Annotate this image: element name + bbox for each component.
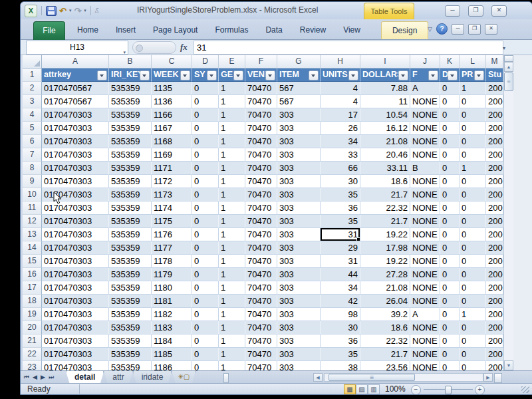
row-header-14[interactable]: 14 [23,241,42,255]
cell-F10[interactable]: 70470 [245,188,277,201]
row-header-1[interactable]: 1 [23,68,42,82]
cell-B11[interactable]: 535359 [109,201,152,215]
cell-J19[interactable]: A [410,308,440,321]
cell-A8[interactable]: 0170470303 [42,162,109,175]
row-header-7[interactable]: 7 [23,148,42,162]
cell-M9[interactable]: 200 [486,175,503,188]
cell-M8[interactable]: 200 [486,162,503,175]
cell-M16[interactable]: 200 [486,268,503,281]
cell-H16[interactable]: 44 [321,268,360,281]
cell-C6[interactable]: 1168 [152,135,192,148]
cell-K23[interactable]: 0 [440,361,460,370]
cell-C16[interactable]: 1179 [152,268,192,281]
cell-F13[interactable]: 70470 [245,228,277,241]
row-header-6[interactable]: 6 [23,135,42,148]
cell-K10[interactable]: 0 [440,188,460,201]
excel-app-icon[interactable]: X [25,5,37,17]
cell-D11[interactable]: 0 [192,201,219,215]
cell-C14[interactable]: 1177 [152,241,192,255]
previous-sheet-icon[interactable]: ◀ [33,372,37,382]
cell-F8[interactable]: 70470 [245,162,277,175]
cell-F7[interactable]: 70470 [245,148,277,162]
cell-J5[interactable]: NONE [410,122,440,135]
cell-H14[interactable]: 29 [321,241,360,255]
cell-B20[interactable]: 535359 [109,321,152,334]
cell-G2[interactable]: 567 [277,82,321,95]
cell-A2[interactable]: 0170470567 [42,82,109,95]
cell-I5[interactable]: 16.12 [360,122,410,135]
cell-M18[interactable]: 200 [486,295,503,308]
filter-dropdown-icon[interactable] [265,70,275,80]
cell-J22[interactable]: NONE [410,348,440,361]
cell-A11[interactable]: 0170470303 [42,201,109,215]
column-header-F[interactable]: F [245,55,277,68]
cell-E11[interactable]: 1 [219,201,245,215]
cell-F18[interactable]: 70470 [245,295,277,308]
ribbon-tab-data[interactable]: Data [257,21,291,39]
table-header-units[interactable]: UNITS [321,68,360,82]
cell-I23[interactable]: 23.56 [360,361,410,370]
row-header-8[interactable]: 8 [23,162,42,175]
cell-G20[interactable]: 303 [277,321,321,334]
cell-C13[interactable]: 1176 [152,228,192,241]
cell-A21[interactable]: 0170470303 [42,334,109,348]
cell-C4[interactable]: 1166 [152,108,192,122]
cell-I18[interactable]: 26.04 [360,295,410,308]
cell-K6[interactable]: 0 [440,135,460,148]
column-header-J[interactable]: J [410,55,440,68]
cell-H4[interactable]: 17 [321,108,360,122]
cell-G8[interactable]: 303 [277,162,321,175]
cell-F16[interactable]: 70470 [245,268,277,281]
cell-A14[interactable]: 0170470303 [42,241,109,255]
zoom-in-icon[interactable]: + [475,385,485,395]
cell-F12[interactable]: 70470 [245,215,277,228]
cell-A13[interactable]: 0170470303 [42,228,109,241]
cell-G16[interactable]: 303 [277,268,321,281]
cell-E3[interactable]: 1 [219,95,245,108]
cell-D17[interactable]: 0 [192,281,219,295]
cell-J4[interactable]: NONE [410,108,440,122]
cell-F14[interactable]: 70470 [245,241,277,255]
cell-D10[interactable]: 0 [192,188,219,201]
cell-M2[interactable]: 200 [486,82,503,95]
cell-C22[interactable]: 1185 [152,348,192,361]
cell-I9[interactable]: 18.6 [360,175,410,188]
scroll-down-icon[interactable]: ▼ [504,360,513,370]
table-header-stu[interactable]: Stu [486,68,503,82]
cell-H9[interactable]: 30 [321,175,360,188]
cell-C9[interactable]: 1172 [152,175,192,188]
cell-C19[interactable]: 1182 [152,308,192,321]
cell-K9[interactable]: 0 [440,175,460,188]
row-header-20[interactable]: 20 [23,321,42,334]
column-header-H[interactable]: H [321,55,360,68]
column-header-A[interactable]: A [42,55,109,68]
column-header-G[interactable]: G [277,55,321,68]
cell-H22[interactable]: 35 [321,348,360,361]
cell-C3[interactable]: 1136 [152,95,192,108]
cell-J12[interactable]: NONE [410,215,440,228]
cell-J9[interactable]: NONE [410,175,440,188]
undo-dropdown-icon[interactable]: ▾ [69,8,72,13]
cell-K2[interactable]: 0 [440,82,460,95]
ribbon-tab-review[interactable]: Review [291,21,334,39]
cell-E8[interactable]: 1 [219,162,245,175]
cell-M13[interactable]: 200 [486,228,503,241]
column-header-C[interactable]: C [152,55,192,68]
cell-M22[interactable]: 200 [486,348,503,361]
cell-G22[interactable]: 303 [277,348,321,361]
ribbon-tab-insert[interactable]: Insert [107,21,144,39]
cell-L11[interactable]: 0 [460,201,486,215]
column-header-E[interactable]: E [219,55,245,68]
cell-C11[interactable]: 1174 [152,201,192,215]
cell-E19[interactable]: 1 [219,308,245,321]
close-workbook-button[interactable]: ✕ [485,24,497,35]
cell-B4[interactable]: 535359 [109,108,152,122]
cell-B2[interactable]: 535359 [109,82,152,95]
cell-C5[interactable]: 1167 [152,122,192,135]
vertical-scroll-thumb[interactable]: ☰ [504,72,513,91]
filter-dropdown-icon[interactable] [180,70,190,80]
select-all-corner[interactable] [23,55,42,68]
cell-H2[interactable]: 4 [321,82,360,95]
cell-C7[interactable]: 1169 [152,148,192,162]
cell-L13[interactable]: 0 [460,228,486,241]
